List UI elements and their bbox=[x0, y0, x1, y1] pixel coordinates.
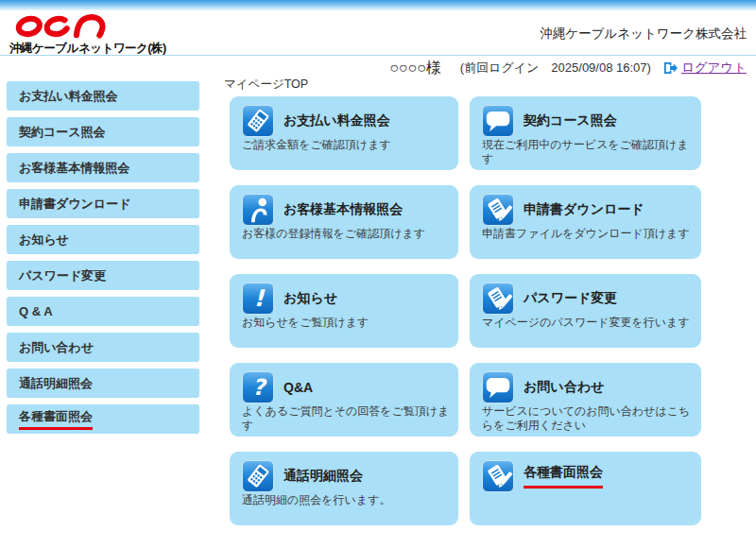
sidebar-item-contract-course[interactable]: 契約コース照会 bbox=[7, 117, 199, 146]
logout-label: ログアウト bbox=[681, 60, 747, 77]
card-title: Q&A bbox=[284, 380, 313, 395]
card-news[interactable]: ! お知らせ お知らせをご覧頂けます bbox=[230, 274, 458, 348]
speech-bubble-icon bbox=[482, 371, 514, 403]
card-title: 各種書面照会 bbox=[524, 464, 603, 489]
card-description: お知らせをご覧頂けます bbox=[242, 316, 453, 330]
card-documents[interactable]: 各種書面照会 bbox=[470, 452, 701, 525]
sidebar-item-call-detail[interactable]: 通話明細照会 bbox=[7, 369, 199, 398]
sidebar-item-contact[interactable]: お問い合わせ bbox=[7, 333, 199, 362]
card-description: マイページのパスワード変更を行います bbox=[482, 316, 696, 330]
sidebar-item-qa[interactable]: Q & A bbox=[7, 297, 199, 326]
top-gradient-bar bbox=[0, 0, 756, 10]
document-pencil-icon bbox=[482, 283, 514, 315]
card-payment-inquiry[interactable]: お支払い料金照会 ご請求金額をご確認頂けます bbox=[230, 96, 458, 170]
breadcrumb: マイページTOP bbox=[224, 77, 308, 93]
card-title: お支払い料金照会 bbox=[284, 112, 390, 129]
card-qa[interactable]: ? Q&A よくあるご質問とその回答をご覧頂けます bbox=[230, 363, 458, 437]
card-description: サービスについてのお問い合わせはこちらをご利用ください bbox=[482, 404, 696, 433]
card-password-change[interactable]: パスワード変更 マイページのパスワード変更を行います bbox=[470, 274, 701, 348]
document-pencil-icon bbox=[482, 194, 514, 226]
card-description: よくあるご質問とその回答をご覧頂けます bbox=[242, 404, 453, 433]
sidebar-item-password-change[interactable]: パスワード変更 bbox=[7, 261, 199, 290]
card-call-detail[interactable]: 通話明細照会 通話明細の照会を行います。 bbox=[230, 452, 458, 525]
calculator-icon bbox=[242, 105, 274, 137]
card-title: 契約コース照会 bbox=[524, 112, 617, 129]
ocn-logo-icon bbox=[9, 26, 151, 42]
speech-bubble-icon bbox=[482, 105, 514, 137]
card-description: お客様の登録情報をご確認頂けます bbox=[242, 227, 453, 241]
card-description: 現在ご利用中のサービスをご確認頂けます bbox=[482, 138, 696, 166]
sidebar-item-documents[interactable]: 各種書面照会 bbox=[7, 404, 199, 434]
card-application-download[interactable]: 申請書ダウンロード 申請書ファイルをダウンロード頂けます bbox=[470, 185, 701, 259]
card-title: 申請書ダウンロード bbox=[524, 201, 644, 218]
card-contact[interactable]: お問い合わせ サービスについてのお問い合わせはこちらをご利用ください bbox=[470, 363, 701, 437]
card-description: 申請書ファイルをダウンロード頂けます bbox=[482, 227, 696, 241]
card-grid: お支払い料金照会 ご請求金額をご確認頂けます 契約コース照会 現在ご利用中のサー… bbox=[230, 96, 701, 525]
logout-icon bbox=[662, 60, 678, 76]
company-logo[interactable]: 沖縄ケーブルネットワーク(株) bbox=[9, 12, 166, 57]
card-description: 通話明細の照会を行います。 bbox=[242, 493, 453, 507]
card-description: ご請求金額をご確認頂けます bbox=[242, 138, 453, 152]
sidebar-item-payment-inquiry[interactable]: お支払い料金照会 bbox=[7, 81, 199, 111]
sidebar-item-customer-info[interactable]: お客様基本情報照会 bbox=[7, 153, 199, 182]
last-login-info: (前回ログイン 2025/09/08 16:07) bbox=[460, 60, 651, 77]
header-divider bbox=[0, 55, 756, 56]
card-customer-info[interactable]: お客様基本情報照会 お客様の登録情報をご確認頂けます bbox=[230, 185, 458, 259]
user-status-bar: ○○○○様 (前回ログイン 2025/09/08 16:07) ログアウト bbox=[389, 58, 747, 78]
sidebar-item-application-download[interactable]: 申請書ダウンロード bbox=[7, 189, 199, 218]
logout-button[interactable]: ログアウト bbox=[662, 60, 747, 77]
person-icon bbox=[242, 194, 274, 226]
company-name: 沖縄ケーブルネットワーク株式会社 bbox=[540, 26, 747, 43]
card-contract-course[interactable]: 契約コース照会 現在ご利用中のサービスをご確認頂けます bbox=[470, 96, 701, 170]
calculator-icon bbox=[242, 460, 274, 492]
card-title: お問い合わせ bbox=[524, 379, 604, 396]
user-name: ○○○○様 bbox=[389, 59, 441, 78]
svg-text:?: ? bbox=[252, 374, 267, 401]
question-icon: ? bbox=[242, 371, 274, 403]
exclamation-icon: ! bbox=[242, 283, 274, 315]
sidebar-menu: お支払い料金照会 契約コース照会 お客様基本情報照会 申請書ダウンロード お知ら… bbox=[7, 81, 199, 434]
card-title: パスワード変更 bbox=[524, 290, 617, 307]
card-title: お知らせ bbox=[284, 290, 337, 307]
sidebar-item-news[interactable]: お知らせ bbox=[7, 225, 199, 254]
card-title: 通話明細照会 bbox=[284, 468, 363, 485]
svg-text:!: ! bbox=[253, 284, 266, 312]
document-pencil-icon bbox=[482, 460, 514, 492]
card-title: お客様基本情報照会 bbox=[284, 201, 403, 218]
